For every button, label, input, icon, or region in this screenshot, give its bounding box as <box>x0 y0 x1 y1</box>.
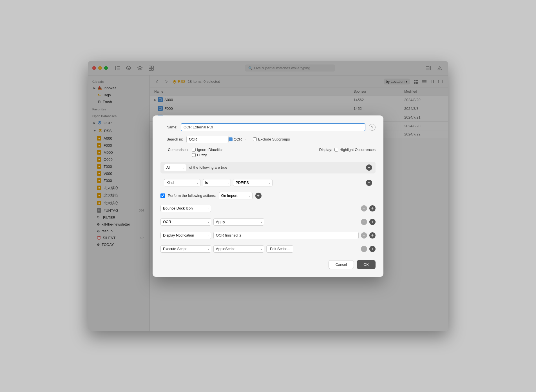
all-select[interactable]: All Any <box>164 164 186 171</box>
add-action-button[interactable]: + <box>255 193 262 199</box>
pdfps-select[interactable]: PDF/PS <box>233 179 273 186</box>
bounce-dock-select[interactable]: Bounce Dock Icon <box>160 205 211 212</box>
ocr-apply-row: OCR Apply − + <box>160 217 376 226</box>
display-label: Display: <box>319 148 332 152</box>
execute-script-row: Execute Script AppleScript Edit Script..… <box>160 244 376 253</box>
mac-window: 🔍 Live & partial matches while typing Gl… <box>88 61 448 331</box>
pdfps-select-wrap[interactable]: PDF/PS <box>233 179 273 186</box>
name-field-label: Name: <box>160 125 177 129</box>
name-row: Name: ? <box>160 123 376 131</box>
help-button[interactable]: ? <box>369 124 376 131</box>
perform-actions-checkbox[interactable] <box>160 193 165 198</box>
exclude-subgroups-checkbox[interactable] <box>253 137 257 141</box>
dialog-overlay: Name: ? Search in: OCR OCR ⌄ <box>88 61 448 331</box>
kind-select-wrap[interactable]: Kind <box>164 179 200 186</box>
execute-script-minus-button[interactable]: − <box>361 246 367 252</box>
all-select-wrap[interactable]: All Any <box>164 164 186 171</box>
conditions-header: All Any of the following are true + <box>160 162 376 173</box>
ocr-select[interactable]: OCR <box>160 218 211 226</box>
dialog-buttons: Cancel OK <box>160 260 376 269</box>
is-select[interactable]: is <box>203 179 231 186</box>
bounce-dock-select-wrap[interactable]: Bounce Dock Icon <box>160 205 211 212</box>
edit-script-button[interactable]: Edit Script... <box>266 245 293 253</box>
apply-select-wrap[interactable]: Apply <box>213 218 264 226</box>
add-condition-row-button[interactable]: + <box>366 180 372 186</box>
applescript-select-wrap[interactable]: AppleScript <box>213 245 264 253</box>
execute-script-plus-button[interactable]: + <box>369 246 376 252</box>
fuzzy-checkbox[interactable] <box>192 153 196 157</box>
exclude-subgroups-label[interactable]: Exclude Subgroups <box>253 137 290 141</box>
ocr-select-wrap[interactable]: OCR <box>160 218 211 226</box>
highlight-occurrences-label[interactable]: Highlight Occurrences <box>334 148 376 152</box>
comparison-label: Comparison: <box>160 148 189 152</box>
perform-actions-label: Perform the following actions: <box>168 193 216 198</box>
ocr-option-icon: OCR ⌄ <box>229 137 246 141</box>
comparison-row: Comparison: Ignore Diacritics Fuzzy Disp… <box>160 148 376 157</box>
name-input[interactable] <box>181 123 365 131</box>
comparison-checkboxes: Ignore Diacritics Fuzzy <box>192 148 223 157</box>
ignore-diacritics-label[interactable]: Ignore Diacritics <box>192 148 223 152</box>
ignore-diacritics-checkbox[interactable] <box>192 148 196 152</box>
notification-message-input[interactable] <box>213 232 359 239</box>
add-condition-button[interactable]: + <box>366 164 372 171</box>
execute-script-select[interactable]: Execute Script <box>160 245 211 253</box>
ocr-minus-button[interactable]: − <box>361 219 367 225</box>
notification-minus-button[interactable]: − <box>361 232 367 239</box>
on-import-select[interactable]: On Import <box>219 192 253 199</box>
on-import-select-wrap[interactable]: On Import <box>219 192 253 199</box>
kind-select[interactable]: Kind <box>164 179 200 186</box>
smart-rule-dialog: Name: ? Search in: OCR OCR ⌄ <box>153 115 383 277</box>
cancel-button[interactable]: Cancel <box>329 260 354 269</box>
execute-script-select-wrap[interactable]: Execute Script <box>160 245 211 253</box>
notification-plus-button[interactable]: + <box>369 232 376 239</box>
highlight-occurrences-checkbox[interactable] <box>334 148 338 152</box>
bounce-dock-minus-button[interactable]: − <box>361 205 367 211</box>
search-in-row: Search in: OCR OCR ⌄ Exclude Subgroups <box>160 136 376 143</box>
is-select-wrap[interactable]: is <box>203 179 231 186</box>
actions-row: Perform the following actions: On Import… <box>160 192 376 199</box>
display-group: Display: Highlight Occurrences <box>319 148 376 152</box>
ocr-plus-button[interactable]: + <box>369 219 376 225</box>
bounce-dock-icon-row: Bounce Dock Icon − + <box>160 204 376 213</box>
fuzzy-label[interactable]: Fuzzy <box>192 153 223 157</box>
applescript-select[interactable]: AppleScript <box>213 245 264 253</box>
search-in-label: Search in: <box>160 137 183 141</box>
ok-button[interactable]: OK <box>357 260 376 269</box>
apply-select[interactable]: Apply <box>213 218 264 226</box>
condition-row: Kind is PDF/PS + <box>160 178 376 188</box>
search-in-select-wrap[interactable]: OCR OCR ⌄ <box>186 136 246 143</box>
display-notification-select[interactable]: Display Notification <box>160 232 211 239</box>
search-in-select[interactable]: OCR <box>186 136 229 143</box>
display-notification-row: Display Notification − + <box>160 231 376 240</box>
bounce-dock-plus-button[interactable]: + <box>369 205 376 211</box>
of-following-label: of the following are true <box>189 165 363 170</box>
display-notification-select-wrap[interactable]: Display Notification <box>160 232 211 239</box>
